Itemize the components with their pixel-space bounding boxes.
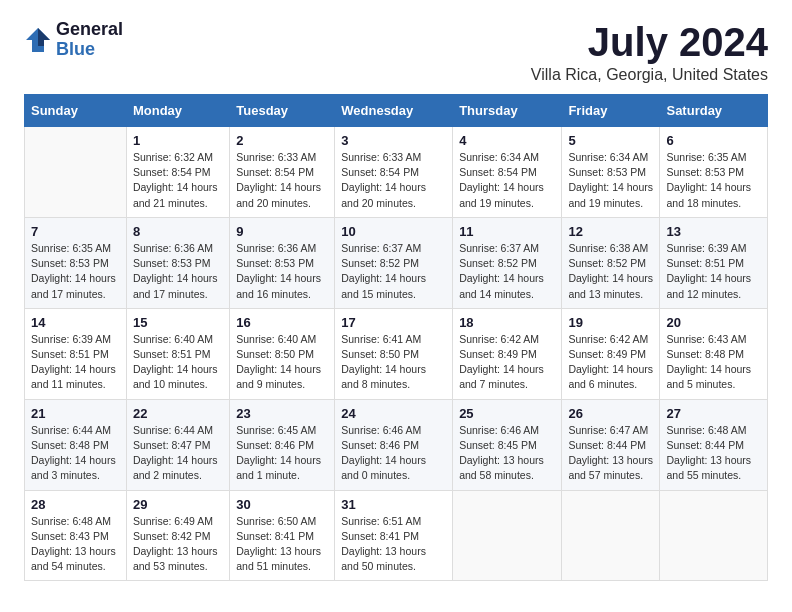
subtitle: Villa Rica, Georgia, United States [531, 66, 768, 84]
day-number: 28 [31, 497, 120, 512]
column-header-thursday: Thursday [453, 95, 562, 127]
table-row [660, 490, 768, 581]
table-row: 2Sunrise: 6:33 AM Sunset: 8:54 PM Daylig… [230, 127, 335, 218]
table-row: 14Sunrise: 6:39 AM Sunset: 8:51 PM Dayli… [25, 308, 127, 399]
day-info: Sunrise: 6:37 AM Sunset: 8:52 PM Dayligh… [459, 241, 555, 302]
day-number: 17 [341, 315, 446, 330]
logo-blue: Blue [56, 40, 123, 60]
table-row: 24Sunrise: 6:46 AM Sunset: 8:46 PM Dayli… [335, 399, 453, 490]
table-row: 12Sunrise: 6:38 AM Sunset: 8:52 PM Dayli… [562, 217, 660, 308]
day-number: 2 [236, 133, 328, 148]
table-row: 5Sunrise: 6:34 AM Sunset: 8:53 PM Daylig… [562, 127, 660, 218]
day-info: Sunrise: 6:40 AM Sunset: 8:51 PM Dayligh… [133, 332, 223, 393]
day-number: 18 [459, 315, 555, 330]
day-number: 10 [341, 224, 446, 239]
day-info: Sunrise: 6:49 AM Sunset: 8:42 PM Dayligh… [133, 514, 223, 575]
table-row: 28Sunrise: 6:48 AM Sunset: 8:43 PM Dayli… [25, 490, 127, 581]
table-row: 7Sunrise: 6:35 AM Sunset: 8:53 PM Daylig… [25, 217, 127, 308]
page-header: General Blue July 2024 Villa Rica, Georg… [24, 20, 768, 84]
table-row: 19Sunrise: 6:42 AM Sunset: 8:49 PM Dayli… [562, 308, 660, 399]
day-number: 16 [236, 315, 328, 330]
day-info: Sunrise: 6:40 AM Sunset: 8:50 PM Dayligh… [236, 332, 328, 393]
day-number: 24 [341, 406, 446, 421]
day-info: Sunrise: 6:44 AM Sunset: 8:48 PM Dayligh… [31, 423, 120, 484]
table-row: 30Sunrise: 6:50 AM Sunset: 8:41 PM Dayli… [230, 490, 335, 581]
table-row: 17Sunrise: 6:41 AM Sunset: 8:50 PM Dayli… [335, 308, 453, 399]
header-row: SundayMondayTuesdayWednesdayThursdayFrid… [25, 95, 768, 127]
day-number: 22 [133, 406, 223, 421]
column-header-saturday: Saturday [660, 95, 768, 127]
table-row: 29Sunrise: 6:49 AM Sunset: 8:42 PM Dayli… [126, 490, 229, 581]
day-number: 31 [341, 497, 446, 512]
day-info: Sunrise: 6:39 AM Sunset: 8:51 PM Dayligh… [666, 241, 761, 302]
table-row: 27Sunrise: 6:48 AM Sunset: 8:44 PM Dayli… [660, 399, 768, 490]
calendar-row: 1Sunrise: 6:32 AM Sunset: 8:54 PM Daylig… [25, 127, 768, 218]
calendar-row: 21Sunrise: 6:44 AM Sunset: 8:48 PM Dayli… [25, 399, 768, 490]
day-info: Sunrise: 6:46 AM Sunset: 8:46 PM Dayligh… [341, 423, 446, 484]
logo-general: General [56, 20, 123, 40]
day-number: 23 [236, 406, 328, 421]
table-row [25, 127, 127, 218]
day-number: 4 [459, 133, 555, 148]
table-row: 16Sunrise: 6:40 AM Sunset: 8:50 PM Dayli… [230, 308, 335, 399]
table-row: 4Sunrise: 6:34 AM Sunset: 8:54 PM Daylig… [453, 127, 562, 218]
day-number: 9 [236, 224, 328, 239]
column-header-friday: Friday [562, 95, 660, 127]
day-info: Sunrise: 6:39 AM Sunset: 8:51 PM Dayligh… [31, 332, 120, 393]
column-header-monday: Monday [126, 95, 229, 127]
table-row: 3Sunrise: 6:33 AM Sunset: 8:54 PM Daylig… [335, 127, 453, 218]
table-row: 13Sunrise: 6:39 AM Sunset: 8:51 PM Dayli… [660, 217, 768, 308]
day-info: Sunrise: 6:34 AM Sunset: 8:53 PM Dayligh… [568, 150, 653, 211]
table-row: 11Sunrise: 6:37 AM Sunset: 8:52 PM Dayli… [453, 217, 562, 308]
table-row [562, 490, 660, 581]
day-info: Sunrise: 6:51 AM Sunset: 8:41 PM Dayligh… [341, 514, 446, 575]
day-info: Sunrise: 6:42 AM Sunset: 8:49 PM Dayligh… [459, 332, 555, 393]
day-info: Sunrise: 6:36 AM Sunset: 8:53 PM Dayligh… [133, 241, 223, 302]
day-number: 7 [31, 224, 120, 239]
day-number: 13 [666, 224, 761, 239]
day-info: Sunrise: 6:33 AM Sunset: 8:54 PM Dayligh… [341, 150, 446, 211]
column-header-wednesday: Wednesday [335, 95, 453, 127]
day-info: Sunrise: 6:33 AM Sunset: 8:54 PM Dayligh… [236, 150, 328, 211]
table-row: 25Sunrise: 6:46 AM Sunset: 8:45 PM Dayli… [453, 399, 562, 490]
day-info: Sunrise: 6:36 AM Sunset: 8:53 PM Dayligh… [236, 241, 328, 302]
day-info: Sunrise: 6:38 AM Sunset: 8:52 PM Dayligh… [568, 241, 653, 302]
day-number: 12 [568, 224, 653, 239]
day-number: 27 [666, 406, 761, 421]
calendar-body: 1Sunrise: 6:32 AM Sunset: 8:54 PM Daylig… [25, 127, 768, 581]
calendar-table: SundayMondayTuesdayWednesdayThursdayFrid… [24, 94, 768, 581]
day-info: Sunrise: 6:41 AM Sunset: 8:50 PM Dayligh… [341, 332, 446, 393]
table-row: 26Sunrise: 6:47 AM Sunset: 8:44 PM Dayli… [562, 399, 660, 490]
column-header-tuesday: Tuesday [230, 95, 335, 127]
day-info: Sunrise: 6:42 AM Sunset: 8:49 PM Dayligh… [568, 332, 653, 393]
table-row: 31Sunrise: 6:51 AM Sunset: 8:41 PM Dayli… [335, 490, 453, 581]
table-row: 9Sunrise: 6:36 AM Sunset: 8:53 PM Daylig… [230, 217, 335, 308]
day-number: 15 [133, 315, 223, 330]
table-row: 6Sunrise: 6:35 AM Sunset: 8:53 PM Daylig… [660, 127, 768, 218]
calendar-header: SundayMondayTuesdayWednesdayThursdayFrid… [25, 95, 768, 127]
table-row: 22Sunrise: 6:44 AM Sunset: 8:47 PM Dayli… [126, 399, 229, 490]
calendar-row: 14Sunrise: 6:39 AM Sunset: 8:51 PM Dayli… [25, 308, 768, 399]
day-info: Sunrise: 6:45 AM Sunset: 8:46 PM Dayligh… [236, 423, 328, 484]
svg-marker-1 [38, 28, 50, 46]
day-number: 3 [341, 133, 446, 148]
day-number: 21 [31, 406, 120, 421]
day-number: 26 [568, 406, 653, 421]
table-row [453, 490, 562, 581]
day-info: Sunrise: 6:35 AM Sunset: 8:53 PM Dayligh… [666, 150, 761, 211]
day-info: Sunrise: 6:46 AM Sunset: 8:45 PM Dayligh… [459, 423, 555, 484]
day-info: Sunrise: 6:37 AM Sunset: 8:52 PM Dayligh… [341, 241, 446, 302]
day-info: Sunrise: 6:43 AM Sunset: 8:48 PM Dayligh… [666, 332, 761, 393]
day-number: 29 [133, 497, 223, 512]
day-number: 20 [666, 315, 761, 330]
day-info: Sunrise: 6:32 AM Sunset: 8:54 PM Dayligh… [133, 150, 223, 211]
table-row: 10Sunrise: 6:37 AM Sunset: 8:52 PM Dayli… [335, 217, 453, 308]
main-title: July 2024 [531, 20, 768, 64]
day-info: Sunrise: 6:48 AM Sunset: 8:43 PM Dayligh… [31, 514, 120, 575]
day-info: Sunrise: 6:47 AM Sunset: 8:44 PM Dayligh… [568, 423, 653, 484]
day-info: Sunrise: 6:48 AM Sunset: 8:44 PM Dayligh… [666, 423, 761, 484]
day-number: 14 [31, 315, 120, 330]
day-number: 11 [459, 224, 555, 239]
table-row: 1Sunrise: 6:32 AM Sunset: 8:54 PM Daylig… [126, 127, 229, 218]
day-info: Sunrise: 6:44 AM Sunset: 8:47 PM Dayligh… [133, 423, 223, 484]
